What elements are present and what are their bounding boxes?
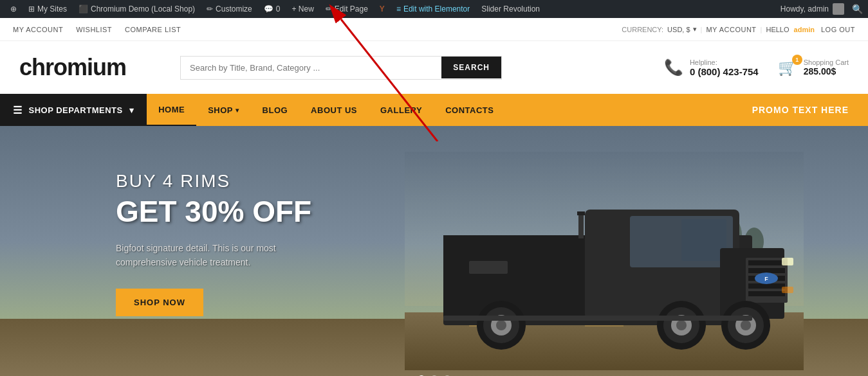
howdy-item[interactable]: Howdy, admin xyxy=(780,3,844,15)
hello-text: HELLO admin xyxy=(766,26,815,33)
my-account-top-link[interactable]: MY ACCOUNT xyxy=(706,26,756,33)
currency-selector[interactable]: USD, $ ▾ xyxy=(667,25,696,33)
my-sites-item[interactable]: ⊞ My Sites xyxy=(23,0,72,18)
helpline-info: Helpline: 0 (800) 423-754 xyxy=(690,58,759,77)
cart-icon-wrap: 🛒 1 xyxy=(778,58,797,76)
avatar xyxy=(833,3,844,15)
hero-content: BUY 4 RIMS GET 30% OFF Bigfoot signature… xyxy=(116,171,311,316)
wordpress-icon: ⊕ xyxy=(10,4,17,13)
helpline-label: Helpline: xyxy=(690,58,759,66)
cart-badge: 1 xyxy=(792,55,802,65)
my-account-link[interactable]: MY ACCOUNT xyxy=(13,26,63,33)
wp-logo-item[interactable]: ⊕ xyxy=(5,0,22,18)
main-nav: ☰ SHOP DEPARTMENTS ▾ HOME SHOP ▾ BLOG AB… xyxy=(0,94,868,126)
customize-icon: ✏ xyxy=(207,4,213,13)
phone-icon: 📞 xyxy=(664,58,683,76)
top-nav-left: MY ACCOUNT WISHLIST COMPARE LIST xyxy=(13,26,181,33)
dashboard-icon: ⬛ xyxy=(78,4,88,13)
wishlist-link[interactable]: WISHLIST xyxy=(76,26,112,33)
svg-rect-14 xyxy=(681,219,726,261)
chevron-down-icon: ▾ xyxy=(235,107,239,114)
shop-departments-button[interactable]: ☰ SHOP DEPARTMENTS ▾ xyxy=(0,94,147,126)
chevron-down-icon: ▾ xyxy=(129,105,134,115)
nav-link-shop[interactable]: SHOP ▾ xyxy=(196,94,250,126)
logo: chromium xyxy=(19,54,161,81)
svg-rect-20 xyxy=(748,283,785,289)
search-input[interactable] xyxy=(181,57,441,79)
svg-rect-17 xyxy=(748,260,785,265)
top-nav: MY ACCOUNT WISHLIST COMPARE LIST CURRENC… xyxy=(0,18,868,41)
edit-icon: ✏ xyxy=(326,4,332,13)
cart[interactable]: 🛒 1 Shopping Cart 285.00$ xyxy=(778,58,849,76)
helpline: 📞 Helpline: 0 (800) 423-754 xyxy=(664,58,759,77)
new-item[interactable]: + New xyxy=(286,0,319,18)
svg-rect-38 xyxy=(578,213,584,238)
comments-icon: 💬 xyxy=(264,4,273,13)
top-nav-right: CURRENCY: USD, $ ▾ | MY ACCOUNT | HELLO … xyxy=(622,25,855,33)
shop-now-button[interactable]: SHOP NOW xyxy=(116,289,203,316)
yoast-icon: Y xyxy=(380,4,385,13)
nav-links: HOME SHOP ▾ BLOG ABOUT US GALLERY CONTAC… xyxy=(147,94,505,126)
header-right: 📞 Helpline: 0 (800) 423-754 🛒 1 Shopping… xyxy=(664,58,849,77)
svg-rect-24 xyxy=(782,258,793,265)
chromium-demo-item[interactable]: ⬛ Chromium Demo (Local Shop) xyxy=(73,0,200,18)
hero-title: GET 30% OFF xyxy=(116,195,311,228)
hero-section: F BUY 4 RIMS GET xyxy=(0,126,868,376)
chevron-down-icon: ▾ xyxy=(693,25,697,33)
svg-rect-40 xyxy=(443,316,752,321)
compare-list-link[interactable]: COMPARE LIST xyxy=(125,26,181,33)
nav-link-home[interactable]: HOME xyxy=(147,94,196,126)
log-out-link[interactable]: LOG OUT xyxy=(821,26,855,33)
cart-amount: 285.00$ xyxy=(804,66,849,76)
search-button[interactable]: SEARCH xyxy=(441,57,501,78)
svg-rect-41 xyxy=(469,261,508,274)
svg-point-37 xyxy=(741,320,751,330)
slider-revolution-item[interactable]: Slider Revolution xyxy=(476,0,545,18)
hero-description: Bigfoot signature detail. This is our mo… xyxy=(116,241,296,270)
cart-info: Shopping Cart 285.00$ xyxy=(804,58,849,76)
edit-page-item[interactable]: ✏ Edit Page xyxy=(320,0,373,18)
nav-link-gallery[interactable]: GALLERY xyxy=(369,94,434,126)
svg-rect-39 xyxy=(577,211,585,215)
elementor-icon: ≡ xyxy=(396,4,401,13)
svg-rect-18 xyxy=(748,268,785,273)
customize-item[interactable]: ✏ Customize xyxy=(201,0,257,18)
yoast-item[interactable]: Y xyxy=(374,0,390,18)
hamburger-icon: ☰ xyxy=(13,104,23,116)
svg-text:F: F xyxy=(764,276,768,282)
svg-point-33 xyxy=(676,320,687,330)
cart-label: Shopping Cart xyxy=(804,58,849,66)
hero-truck: F xyxy=(405,152,804,370)
svg-rect-25 xyxy=(782,287,793,293)
hero-subtitle: BUY 4 RIMS xyxy=(116,171,311,192)
search-icon[interactable]: 🔍 xyxy=(852,4,863,14)
promo-text: PROMO TEXT HERE xyxy=(733,94,868,126)
currency-label: CURRENCY: xyxy=(622,26,663,33)
admin-bar-right: Howdy, admin 🔍 xyxy=(780,3,863,15)
helpline-number: 0 (800) 423-754 xyxy=(690,66,759,77)
header: chromium SEARCH 📞 Helpline: 0 (800) 423-… xyxy=(0,41,868,94)
admin-bar: ⊕ ⊞ My Sites ⬛ Chromium Demo (Local Shop… xyxy=(0,0,868,18)
nav-link-contacts[interactable]: CONTACTS xyxy=(434,94,505,126)
my-sites-icon: ⊞ xyxy=(28,4,35,13)
svg-point-29 xyxy=(496,320,506,330)
edit-elementor-item[interactable]: ≡ Edit with Elementor xyxy=(391,0,475,18)
search-bar: SEARCH xyxy=(180,56,502,80)
nav-link-blog[interactable]: BLOG xyxy=(251,94,300,126)
comments-item[interactable]: 💬 0 xyxy=(259,0,286,18)
nav-link-about-us[interactable]: ABOUT US xyxy=(299,94,369,126)
svg-rect-21 xyxy=(748,291,785,296)
